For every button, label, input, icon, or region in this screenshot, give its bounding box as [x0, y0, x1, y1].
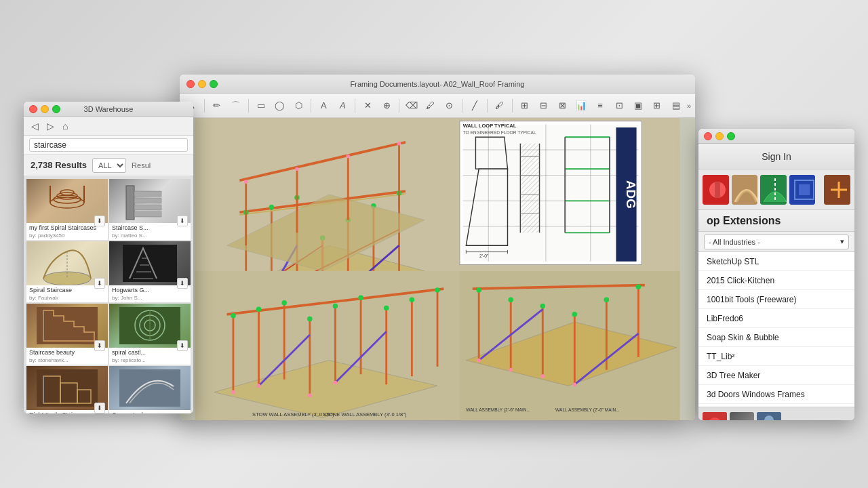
ext-item-doors-windows[interactable]: 3d Doors Windows Frames: [698, 385, 854, 404]
item-download-button-5[interactable]: ⬇: [94, 340, 105, 351]
toolbar-separator-1: [204, 99, 205, 113]
sign-in-button[interactable]: Sign In: [698, 144, 854, 169]
wh-minimize-button[interactable]: [41, 105, 49, 113]
item-download-button-4[interactable]: ⬇: [177, 278, 188, 289]
item-download-button-3[interactable]: ⬇: [94, 278, 105, 289]
erase-tool-button[interactable]: ⌫: [403, 97, 420, 115]
wh-back-button[interactable]: ◁: [29, 119, 41, 133]
ext-bottom-icon-1[interactable]: [703, 412, 727, 421]
ext-item-3d-tree[interactable]: 3D Tree Maker: [698, 366, 854, 385]
shape-tool-button[interactable]: ⬡: [291, 97, 307, 115]
warehouse-search-input[interactable]: [29, 138, 188, 152]
svg-text:WALL ASSEMBLY (2'-6" MAIN...: WALL ASSEMBLY (2'-6" MAIN...: [466, 407, 530, 413]
ext-icon-3[interactable]: [760, 175, 787, 205]
line-tool-button[interactable]: ╱: [467, 97, 483, 115]
close-button[interactable]: [186, 80, 195, 88]
maximize-button[interactable]: [210, 80, 218, 88]
ext-item-tt-lib[interactable]: TT_Lib²: [698, 347, 854, 366]
extensions-window: Sign In: [698, 129, 854, 420]
main-window: Framing Documents.layout- A02_Wall_Roof …: [180, 75, 695, 420]
ext-item-soap-skin[interactable]: Soap Skin & Bubble: [698, 328, 854, 347]
wh-home-button[interactable]: ⌂: [60, 119, 70, 133]
svg-text:2'-0": 2'-0": [479, 253, 489, 258]
minimize-button[interactable]: [198, 80, 206, 88]
svg-point-114: [572, 312, 578, 317]
warehouse-title-bar: 3D Warehouse: [24, 102, 193, 117]
bar-tool-button[interactable]: ≡: [592, 97, 608, 115]
italic-tool-button[interactable]: A: [334, 97, 351, 115]
wh-maximize-button[interactable]: [52, 105, 60, 113]
warehouse-item[interactable]: ⬇ Spiral Staircase by: Faulwak: [26, 241, 108, 302]
table-tool-button[interactable]: ⊞: [516, 97, 532, 115]
extensions-list: SketchUp STL 2015 Click-Kitchen 1001bit …: [698, 252, 854, 407]
item-download-button-6[interactable]: ⬇: [177, 340, 188, 351]
svg-point-119: [540, 374, 545, 378]
pen-tool-button[interactable]: 🖋: [492, 97, 508, 115]
svg-rect-133: [134, 198, 161, 203]
ext-icon-5[interactable]: [824, 175, 850, 205]
ext-icon-1[interactable]: [703, 175, 729, 205]
ext-maximize-button[interactable]: [727, 132, 735, 140]
warehouse-search-bar: [24, 136, 193, 155]
svg-rect-135: [134, 211, 161, 217]
results-label: Resul: [132, 161, 151, 169]
circle-tool-button[interactable]: ◯: [272, 97, 288, 115]
cross-tool-button[interactable]: ✕: [359, 97, 376, 115]
item-author-3: by: Faulwak: [26, 295, 108, 301]
ext-item-sketchup-stl[interactable]: SketchUp STL: [698, 252, 854, 271]
svg-point-113: [540, 304, 545, 309]
align-tool-button[interactable]: ⊞: [649, 97, 665, 115]
paint-tool-button[interactable]: 🖊: [422, 97, 439, 115]
pencil-tool-button[interactable]: ✏: [209, 97, 225, 115]
grid-tool-button[interactable]: ⊟: [535, 97, 551, 115]
framing-3d-bottomleft: STOW WALL ASSEMBLY (3'-0 1/8") STONE WAL…: [195, 271, 459, 420]
main-title-bar: Framing Documents.layout- A02_Wall_Roof …: [180, 75, 695, 94]
ext-item-click-kitchen[interactable]: 2015 Click-Kitchen: [698, 271, 854, 290]
select-tool-button[interactable]: ⊕: [378, 97, 395, 115]
item-download-button-7[interactable]: ⬇: [94, 403, 105, 413]
item-download-button-1[interactable]: ⬇: [94, 216, 105, 226]
svg-point-91: [384, 306, 389, 311]
wh-forward-button[interactable]: ▷: [45, 119, 56, 133]
warehouse-item[interactable]: ⬇ Right Angle Staircase by: John P...: [26, 366, 108, 413]
text-tool-button[interactable]: A: [315, 97, 332, 115]
warehouse-item[interactable]: ⬇ my first Spiral Staircases by: paddy34…: [26, 179, 108, 240]
warehouse-item[interactable]: Conceptual...: [109, 366, 191, 413]
toolbar-separator-4: [355, 99, 355, 113]
eyedrop-tool-button[interactable]: ⊙: [441, 97, 458, 115]
warehouse-item[interactable]: ⬇ Staircase beauty by: stonehawk...: [26, 304, 108, 365]
toolbar-more-button[interactable]: »: [687, 102, 691, 110]
warehouse-nav: ◁ ▷ ⌂: [24, 117, 193, 136]
warehouse-item[interactable]: ⬇ Staircase S... by: matteo S...: [109, 179, 191, 240]
toolbar-separator-3: [311, 99, 311, 113]
dropdown-label: - All Industries -: [709, 238, 760, 246]
ext-minimize-button[interactable]: [715, 132, 724, 140]
svg-rect-61: [520, 144, 539, 233]
warehouse-item[interactable]: ⬇ spiral castl... by: replicato...: [109, 304, 191, 365]
item-download-button-2[interactable]: ⬇: [177, 216, 188, 226]
item-author-5: by: stonehawk...: [26, 357, 108, 363]
view-tool-button[interactable]: ▤: [668, 97, 684, 115]
rect-tool-button[interactable]: ▭: [253, 97, 269, 115]
ext-bottom-icon-person[interactable]: [757, 412, 781, 421]
ext-item-1001bit[interactable]: 1001bit Tools (Freeware): [698, 290, 854, 309]
layout-tool-button[interactable]: ⊡: [611, 97, 627, 115]
split-tool-button[interactable]: ⊠: [554, 97, 570, 115]
toolbar-separator-5: [399, 99, 399, 113]
industries-dropdown[interactable]: - All Industries - ▾: [704, 235, 849, 249]
wh-close-button[interactable]: [29, 105, 37, 113]
frame-tool-button[interactable]: ▣: [630, 97, 646, 115]
warehouse-item[interactable]: ⬇ Hogwarts G... by: John S...: [109, 241, 191, 302]
chart-tool-button[interactable]: 📊: [573, 97, 589, 115]
ext-close-button[interactable]: [704, 132, 712, 140]
warehouse-traffic-lights: [29, 105, 60, 113]
results-filter-dropdown[interactable]: ALL: [92, 158, 126, 173]
curve-tool-button[interactable]: ⌒: [228, 97, 244, 115]
item-author-4: by: John S...: [109, 295, 191, 301]
ext-icon-2[interactable]: [732, 175, 758, 205]
ext-bottom-icon-rbz[interactable]: .rbz: [730, 412, 754, 421]
item-author-2: by: matteo S...: [109, 232, 191, 239]
ext-icon-4[interactable]: [789, 175, 816, 205]
ext-item-libfredo[interactable]: LibFredo6: [698, 309, 854, 328]
svg-point-17: [269, 205, 275, 210]
